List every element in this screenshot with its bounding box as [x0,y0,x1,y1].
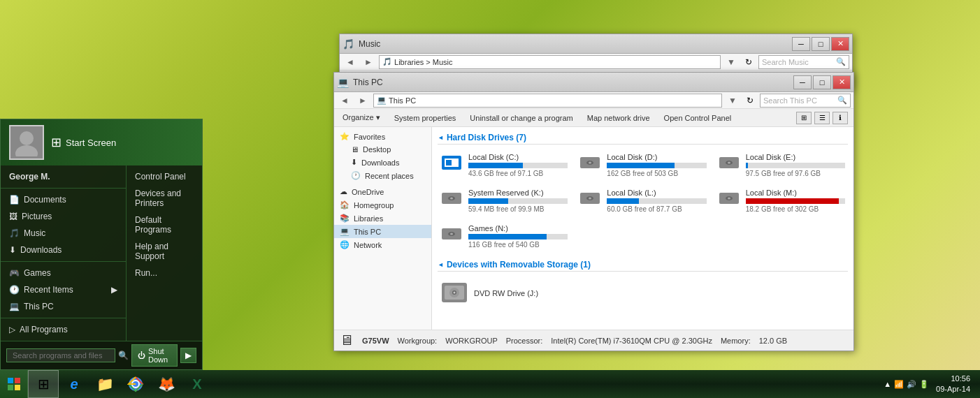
this-pc-search-icon: 🔍 [837,96,847,105]
ribbon-open-control-panel-button[interactable]: Open Control Panel [661,112,735,124]
nav-homegroup[interactable]: 🏠 Homegroup [334,198,431,212]
taskbar-app-chrome[interactable] [120,370,151,398]
this-pc-refresh-button[interactable]: ↻ [743,94,757,108]
view-tiles-button[interactable]: ⊞ [796,112,812,124]
music-toolbar: ◄ ► 🎵 Libraries > Music ▼ ↻ Search Music… [340,54,852,71]
ribbon-system-properties-button[interactable]: System properties [391,112,459,124]
taskbar-clock[interactable]: 10:56 09-Apr-14 [932,374,974,395]
taskbar-app-file-explorer[interactable]: 📁 [89,370,120,398]
music-forward-button[interactable]: ► [361,55,376,69]
drive-e[interactable]: Local Disk (E:) 97.5 GB free of 97.6 GB [715,150,848,180]
firefox-icon: 🦊 [158,376,175,392]
this-pc-status-bar: 🖥 G75VW Workgroup: WORKGROUP Processor: … [334,330,853,351]
nav-downloads[interactable]: ⬇ Downloads [334,156,431,169]
taskbar-app-ie[interactable]: e [59,370,89,398]
drive-k[interactable]: System Reserved (K:) 59.4 MB free of 99.… [438,186,570,216]
drive-d-bar-container [607,163,706,168]
ribbon-uninstall-button[interactable]: Uninstall or change a program [467,112,575,124]
search-programs-input[interactable] [6,348,115,362]
menu-item-games[interactable]: 🎮 Games [1,265,126,281]
nav-recent-places[interactable]: 🕐 Recent places [334,169,431,182]
this-pc-maximize-button[interactable]: □ [813,75,831,89]
desktop-icon: 🖥 [351,145,359,154]
this-pc-back-button[interactable]: ◄ [337,94,352,108]
menu-item-downloads[interactable]: ⬇ Downloads [1,242,126,258]
svg-rect-29 [15,378,20,383]
nav-onedrive[interactable]: ☁ OneDrive [334,185,431,198]
explorer-icon: ⊞ [38,376,50,392]
this-pc-forward-button[interactable]: ► [355,94,370,108]
this-pc-address-bar[interactable]: 💻 This PC [373,94,722,108]
taskbar-app-explorer[interactable]: ⊞ [28,370,59,398]
menu-item-control-panel[interactable]: Control Panel [127,168,202,185]
svg-rect-30 [8,385,13,390]
ribbon-map-network-button[interactable]: Map network drive [584,112,653,124]
music-minimize-button[interactable]: ─ [792,37,810,51]
music-address-bar[interactable]: 🎵 Libraries > Music [379,55,721,69]
drive-c-info: Local Disk (C:) 43.6 GB free of 97.1 GB [468,153,568,177]
this-pc-minimize-button[interactable]: ─ [793,75,812,89]
this-pc-address-dropdown[interactable]: ▼ [725,94,740,108]
nav-libraries[interactable]: 📚 Libraries [334,212,431,225]
shutdown-button[interactable]: ⏻ Shut Down [131,344,178,367]
music-window-controls[interactable]: ─ □ ✕ [792,37,849,51]
menu-item-devices-printers[interactable]: Devices and Printers [127,185,202,212]
taskbar-app-excel[interactable]: X [182,370,212,398]
all-programs-button[interactable]: ▷ All Programs [1,321,126,338]
this-pc-address-text: This PC [389,96,416,105]
start-menu-header: ⊞ Start Screen [1,119,202,165]
start-menu-user-name: George M. [1,168,126,185]
this-pc-titlebar[interactable]: 💻 This PC ─ □ ✕ [334,73,853,92]
this-pc-search-bar[interactable]: Search This PC 🔍 [760,94,851,108]
drive-c[interactable]: Local Disk (C:) 43.6 GB free of 97.1 GB [438,150,570,180]
pictures-icon: 🖼 [9,212,17,221]
menu-item-run[interactable]: Run... [127,265,202,281]
music-back-button[interactable]: ◄ [343,55,358,69]
drive-m[interactable]: Local Disk (M:) 18.2 GB free of 302 GB [715,186,848,216]
ribbon-organize-button[interactable]: Organize ▾ [340,112,383,124]
homegroup-icon: 🏠 [340,200,350,209]
drive-l[interactable]: Local Disk (L:) 60.0 GB free of 87.7 GB [576,186,709,216]
music-search-bar[interactable]: Search Music 🔍 [758,55,849,69]
svg-rect-28 [8,378,13,383]
drive-d-info: Local Disk (D:) 162 GB free of 503 GB [607,153,706,177]
drive-n[interactable]: Games (N:) 116 GB free of 540 GB [438,221,570,251]
drive-l-icon [579,189,601,212]
start-menu-body: George M. 📄 Documents 🖼 Pictures 🎵 Music… [1,165,202,341]
this-pc-close-button[interactable]: ✕ [833,75,851,89]
this-pc-sidebar: ⭐ Favorites 🖥 Desktop ⬇ Downloads 🕐 Rece… [334,127,432,330]
music-titlebar[interactable]: 🎵 Music ─ □ ✕ [340,34,852,54]
drive-d[interactable]: Local Disk (D:) 162 GB free of 503 GB [576,150,709,180]
this-pc-window-controls[interactable]: ─ □ ✕ [793,75,851,89]
start-button[interactable] [0,370,28,398]
start-screen-button[interactable]: ⊞ Start Screen [51,135,116,150]
drive-k-name: System Reserved (K:) [468,189,568,197]
menu-item-recent-items[interactable]: 🕐 Recent Items ▶ [1,281,126,298]
dvd-name: DVD RW Drive (J:) [474,289,538,297]
menu-item-music[interactable]: 🎵 Music [1,225,126,242]
nav-favorites[interactable]: ⭐ Favorites [334,130,431,143]
view-details-button[interactable]: ☰ [814,112,830,124]
view-info-button[interactable]: ℹ [833,112,848,124]
clock-time: 10:56 [936,374,970,384]
menu-item-help-support[interactable]: Help and Support [127,238,202,265]
nav-desktop[interactable]: 🖥 Desktop [334,143,431,156]
tray-expand-icon[interactable]: ▲ [884,380,891,388]
chrome-icon [127,376,144,392]
tray-network-icon: 📶 [894,380,904,389]
dvd-drive[interactable]: DVD RW Drive (J:) [438,277,541,310]
nav-this-pc[interactable]: 💻 This PC [334,225,431,238]
music-refresh-button[interactable]: ↻ [742,55,756,69]
menu-item-pictures[interactable]: 🖼 Pictures [1,208,126,225]
menu-item-default-programs[interactable]: Default Programs [127,212,202,238]
taskbar-app-firefox[interactable]: 🦊 [151,370,182,398]
music-address-dropdown[interactable]: ▼ [723,55,739,69]
music-search-text: Search Music [762,58,809,66]
nav-network[interactable]: 🌐 Network [334,238,431,251]
menu-item-this-pc[interactable]: 💻 This PC [1,298,126,315]
svg-point-5 [589,162,591,164]
menu-item-documents[interactable]: 📄 Documents [1,191,126,208]
shutdown-arrow-button[interactable]: ▶ [180,348,196,363]
music-close-button[interactable]: ✕ [831,37,849,51]
music-maximize-button[interactable]: □ [812,37,830,51]
